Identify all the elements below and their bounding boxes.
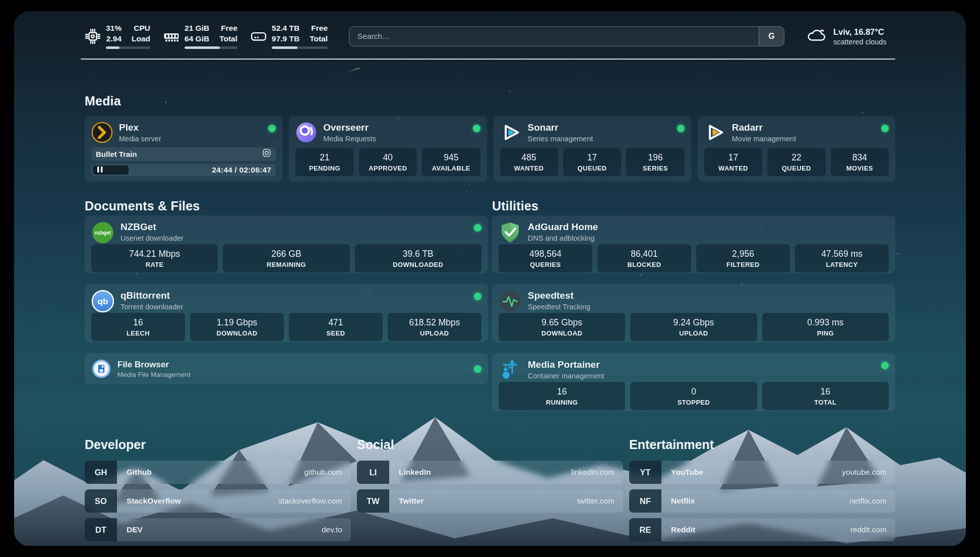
bookmark-reddit[interactable]: RE Reddit reddit.com — [629, 518, 895, 541]
app-name: NZBGet — [120, 222, 183, 233]
bookmark-group-title: Social — [357, 437, 623, 452]
bookmark-url: github.com — [304, 461, 351, 484]
bookmark-youtube[interactable]: YT YouTube youtube.com — [629, 461, 895, 484]
bookmark-linkedin[interactable]: LI LinkedIn linkedin.com — [357, 461, 623, 484]
status-dot — [474, 365, 481, 373]
now-playing-title: Bullet Train — [96, 150, 262, 158]
bookmark-url: dev.to — [322, 518, 351, 541]
app-name: Media Portainer — [528, 360, 604, 370]
status-dot — [268, 125, 276, 132]
stat-box: 471SEED — [289, 313, 383, 341]
app-card-nzbget[interactable]: nzbget NZBGet Usenet downloader 744.21 M… — [85, 215, 488, 273]
bookmark-group-developer: Developer GH Github github.com SO StackO… — [85, 437, 351, 541]
pause-icon — [97, 165, 103, 175]
snow-particles — [14, 11, 15, 12]
app-card-qbittorrent[interactable]: qb qBittorrent Torrent downloader 16LEEC… — [85, 284, 488, 342]
app-name: Plex — [119, 123, 161, 133]
status-dot — [474, 224, 481, 232]
app-card-sonarr[interactable]: Sonarr Series management 485WANTED 17QUE… — [494, 116, 691, 182]
bookmark-name: LinkedIn — [389, 461, 571, 484]
bookmark-url: youtube.com — [842, 461, 895, 484]
weather-widget: Lviv, 16.87°C scattered clouds — [806, 27, 895, 46]
bookmark-github[interactable]: GH Github github.com — [85, 461, 351, 484]
bookmark-abbr: DT — [85, 518, 117, 541]
bookmark-abbr: TW — [357, 489, 389, 513]
bookmark-url: twitter.com — [577, 489, 623, 513]
search-input[interactable] — [349, 27, 759, 46]
app-name: File Browser — [117, 360, 191, 370]
disk-icon — [251, 29, 267, 44]
portainer-icon — [499, 359, 522, 382]
bookmark-name: Netflix — [661, 489, 849, 513]
now-playing-progress-bar[interactable]: 24:44 / 02:06:47 — [91, 164, 276, 176]
cpu-values: 31%2.94 — [106, 24, 121, 42]
bookmark-name: DEV — [117, 518, 322, 541]
app-card-speedtest[interactable]: Speedtest Speedtest Tracking 9.65 GbpsDO… — [492, 284, 895, 342]
cpu-icon — [85, 29, 101, 44]
app-desc: Speedtest Tracking — [528, 303, 590, 311]
disk-progress-bar — [272, 46, 328, 49]
bookmark-group-title: Developer — [85, 437, 351, 452]
bookmarks-section: Developer GH Github github.com SO StackO… — [85, 437, 895, 541]
stat-box: 0.993 msPING — [762, 313, 889, 341]
stat-box: 39.6 TBDOWNLOADED — [355, 244, 481, 272]
disk-labels: FreeTotal — [310, 24, 328, 42]
app-card-overseerr[interactable]: Overseerr Media Requests 21PENDING 40APP… — [289, 116, 486, 182]
filebrowser-icon — [91, 359, 111, 379]
disk-stat-widget: 52.4 TB97.9 TB FreeTotal — [251, 24, 328, 48]
search-bar[interactable]: G — [349, 26, 784, 46]
search-engine-button[interactable]: G — [759, 27, 784, 46]
bookmark-abbr: YT — [629, 461, 661, 484]
bookmark-group-entertainment: Entertainment YT YouTube youtube.com NF … — [629, 437, 895, 541]
sonarr-icon — [500, 122, 522, 143]
bookmark-url: netflix.com — [849, 489, 895, 513]
bookmark-name: YouTube — [661, 461, 842, 484]
stat-box: 16LEECH — [91, 313, 185, 341]
bookmark-dev[interactable]: DT DEV dev.to — [85, 518, 351, 541]
app-name: AdGuard Home — [528, 222, 598, 233]
now-playing-title-row: Bullet Train — [91, 147, 276, 161]
weather-summary: Lviv, 16.87°C — [833, 27, 887, 37]
memory-labels: FreeTotal — [219, 24, 237, 42]
cpu-stat-widget: 31%2.94 CPULoad — [85, 24, 150, 48]
status-dot — [474, 293, 481, 300]
cpu-labels: CPULoad — [132, 24, 150, 42]
stat-box: 744.21 MbpsRATE — [91, 244, 218, 272]
app-desc: Torrent downloader — [120, 303, 183, 311]
app-card-radarr[interactable]: Radarr Movie management 17WANTED 22QUEUE… — [698, 116, 895, 182]
bookmark-name: Github — [117, 461, 304, 484]
status-dot — [473, 125, 480, 132]
stat-box: 9.65 GbpsDOWNLOAD — [499, 313, 625, 341]
app-desc: Media File Management — [117, 371, 191, 378]
stat-box: 22QUEUED — [767, 148, 825, 176]
bookmark-stackoverflow[interactable]: SO StackOverflow stackoverflow.com — [85, 489, 351, 513]
app-desc: DNS and adblocking — [528, 234, 598, 242]
stat-box: 9.24 GbpsUPLOAD — [630, 313, 757, 341]
memory-values: 21 GiB64 GiB — [185, 24, 209, 42]
stat-box: 618.52 MbpsUPLOAD — [388, 313, 481, 341]
bookmark-twitter[interactable]: TW Twitter twitter.com — [357, 489, 623, 513]
stat-box: 834MOVIES — [831, 148, 889, 176]
adguard-icon — [499, 221, 522, 244]
app-desc: Media server — [119, 135, 161, 143]
section-title-documents: Documents & Files — [85, 199, 200, 213]
app-card-adguard[interactable]: AdGuard Home DNS and adblocking 498,564Q… — [492, 215, 895, 273]
memory-progress-bar — [185, 46, 237, 49]
app-desc: Series management — [528, 135, 593, 143]
media-section: Plex Media server Bullet Train 24:44 / 0… — [85, 116, 895, 182]
bookmark-netflix[interactable]: NF Netflix netflix.com — [629, 489, 895, 513]
bookmark-abbr: RE — [629, 518, 661, 541]
app-name: Radarr — [732, 123, 796, 133]
app-card-portainer[interactable]: Media Portainer Container management 16R… — [492, 353, 895, 411]
status-dot — [677, 125, 685, 132]
stat-box: 945AVAILABLE — [422, 148, 480, 176]
app-name: Overseerr — [323, 123, 376, 133]
bookmark-url: stackoverflow.com — [278, 489, 351, 513]
stat-box: 1.19 GbpsDOWNLOAD — [190, 313, 284, 341]
bookmark-abbr: NF — [629, 489, 661, 513]
app-card-plex[interactable]: Plex Media server Bullet Train 24:44 / 0… — [85, 116, 282, 182]
system-stats: 31%2.94 CPULoad — [85, 24, 328, 48]
app-card-filebrowser[interactable]: File Browser Media File Management — [85, 353, 488, 384]
stat-box: 17QUEUED — [563, 148, 621, 176]
section-title-utilities: Utilities — [492, 199, 538, 213]
